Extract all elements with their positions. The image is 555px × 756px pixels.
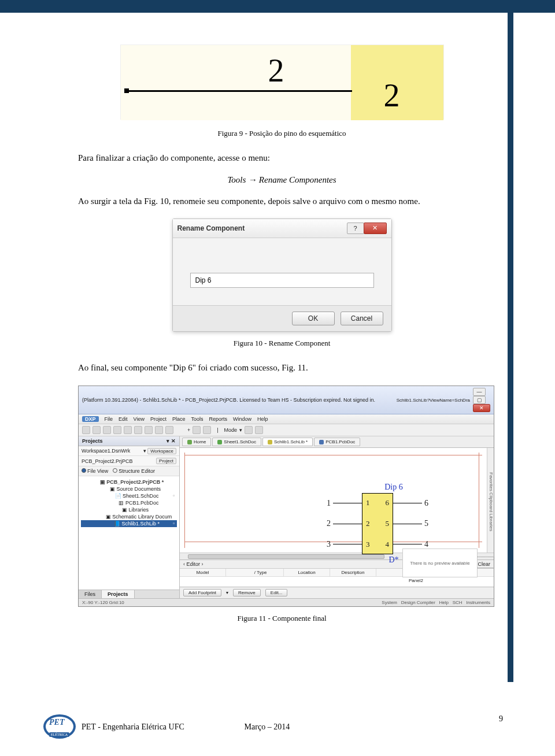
tree-schlib-folder[interactable]: ▣ Schematic Library Docum <box>81 513 177 520</box>
col-description: Description <box>330 569 376 576</box>
structure-editor-radio[interactable]: Structure Editor <box>113 468 155 474</box>
figure-9-caption: Figura 9 - Posição do pino do esquemátic… <box>78 129 486 138</box>
altium-statusbar: X:-90 Y:-120 Grid:10 System Design Compi… <box>79 598 494 606</box>
toolbar-icon[interactable] <box>165 426 173 434</box>
toolbar-icon[interactable] <box>145 426 153 434</box>
menu-reports[interactable]: Reports <box>209 416 227 422</box>
panel-tab-projects[interactable]: Projects <box>102 590 135 598</box>
workspace-button[interactable]: Workspace <box>147 448 176 454</box>
component-name-input[interactable] <box>190 273 374 288</box>
pin-inner-2: 2 <box>366 519 370 528</box>
doc-tab-schlib[interactable]: Schlib1.SchLib * <box>262 438 313 446</box>
canvas-border <box>479 453 479 548</box>
menu-dxp[interactable]: DXP <box>82 416 99 422</box>
project-button[interactable]: Project <box>156 458 176 464</box>
toolbar-icon[interactable] <box>193 426 201 434</box>
paragraph-3: Ao final, seu componente "Dip 6" foi cri… <box>78 362 486 375</box>
tree-source-docs[interactable]: ▣ Source Documents <box>81 486 177 492</box>
menu-edit[interactable]: Edit <box>119 416 128 422</box>
col-type: / Type <box>238 569 284 576</box>
minimize-button[interactable]: — <box>473 388 486 396</box>
tree-libraries[interactable]: ▣ Libraries <box>81 506 177 513</box>
toolbar-icon[interactable] <box>82 426 90 434</box>
tree-sheet1[interactable]: 📄 Sheet1.SchDoc▫ <box>81 492 177 499</box>
page-footer: PET ELÉTRICA PET - Engenharia Elétrica U… <box>78 714 510 740</box>
pin-line <box>393 503 422 503</box>
add-footprint-button[interactable]: Add Footprint <box>183 589 221 596</box>
figure-9: 2 2 <box>120 45 444 120</box>
close-button[interactable]: ✕ <box>364 223 387 234</box>
altium-window: (Platform 10.391.22084) - Schlib1.SchLib… <box>78 386 494 607</box>
status-system[interactable]: System <box>382 600 397 605</box>
pin-inner-4: 4 <box>386 540 390 549</box>
menu-window[interactable]: Window <box>233 416 251 422</box>
tree-pcb1[interactable]: ▥ PCB1.PcbDoc <box>81 499 177 506</box>
tree-project-root[interactable]: ▣ PCB_Project2.PrjPCB * <box>81 479 177 486</box>
no-preview-box: There is no preview available <box>402 549 478 577</box>
col-model: Model <box>180 569 226 576</box>
altium-close-button[interactable]: ✕ <box>473 404 490 412</box>
menu-place[interactable]: Place <box>172 416 186 422</box>
dip6-chip-body: 1 2 3 6 5 4 <box>362 493 393 554</box>
panel-tab-files[interactable]: Files <box>79 590 102 598</box>
pin-inner-6: 6 <box>386 498 390 507</box>
status-help[interactable]: Help <box>439 600 449 605</box>
paragraph-2: Ao surgir a tela da Fig. 10, renomeie se… <box>78 195 486 208</box>
toolbar-icon[interactable] <box>134 426 142 434</box>
right-stripe <box>508 0 513 682</box>
canvas-border <box>184 455 482 455</box>
right-side-tabs[interactable]: Favorites Clipboard Libraries <box>487 448 494 553</box>
status-design-compiler[interactable]: Design Compiler <box>401 600 435 605</box>
project-name: PCB_Project2.PrjPCB <box>82 458 133 464</box>
figure-10-caption: Figura 10 - Rename Component <box>78 339 486 348</box>
altium-title: (Platform 10.391.22084) - Schlib1.SchLib… <box>82 397 375 403</box>
schematic-canvas[interactable]: Favorites Clipboard Libraries Dip 6 1 2 … <box>180 448 494 553</box>
panel-collapse-icon[interactable]: ▾ ✕ <box>166 438 176 444</box>
pin-inner-1: 1 <box>366 498 370 507</box>
maximize-button[interactable]: ▢ <box>473 396 486 404</box>
pin-outer-1: 1 <box>324 499 333 508</box>
remove-footprint-button[interactable]: Remove <box>233 589 261 596</box>
pet-logo: PET ELÉTRICA <box>43 714 77 740</box>
edit-footprint-button[interactable]: Edit... <box>265 589 287 596</box>
fig9-main-area <box>121 45 352 120</box>
pin-line <box>333 503 362 503</box>
help-button[interactable]: ? <box>347 223 364 234</box>
toolbar-icon[interactable] <box>255 426 263 434</box>
toolbar-mode[interactable]: Mode <box>224 427 238 433</box>
altium-right-label: Schlib1.SchLib?ViewName=SchDra <box>397 398 470 403</box>
toolbar-icon[interactable] <box>103 426 111 434</box>
doc-tab-sheet[interactable]: Sheet1.SchDoc <box>212 438 261 446</box>
toolbar-icon[interactable] <box>124 426 132 434</box>
toolbar-icon[interactable] <box>203 426 211 434</box>
workspace-name: Workspace1.DsnWrk <box>82 448 130 454</box>
top-banner <box>0 0 555 13</box>
dialog-window-buttons: ? ✕ <box>347 223 387 234</box>
pin-outer-2: 2 <box>324 519 333 528</box>
tree-schlib-file[interactable]: 📘 Schlib1.SchLib *▫ <box>81 520 177 527</box>
status-sch[interactable]: SCH <box>453 600 462 605</box>
status-instruments[interactable]: Instruments <box>466 600 490 605</box>
toolbar-icon[interactable] <box>113 426 121 434</box>
toolbar-icon[interactable] <box>155 426 163 434</box>
file-view-radio[interactable]: File View <box>82 468 108 474</box>
menu-help[interactable]: Help <box>257 416 268 422</box>
pin-line <box>333 544 362 544</box>
toolbar-icon[interactable] <box>245 426 253 434</box>
menu-view[interactable]: View <box>134 416 145 422</box>
menu-project[interactable]: Project <box>150 416 166 422</box>
cancel-button[interactable]: Cancel <box>341 312 383 325</box>
panel-tabs: Files Projects <box>79 590 179 598</box>
pin-inner-3: 3 <box>366 540 370 549</box>
canvas-border <box>184 453 185 548</box>
editor-label: Editor <box>187 561 201 567</box>
menu-file[interactable]: File <box>105 416 113 422</box>
menu-path: Tools → Rename Componentes <box>78 175 486 185</box>
pin-line <box>393 544 422 544</box>
toolbar-icon[interactable] <box>92 426 101 434</box>
ok-button[interactable]: OK <box>292 312 335 325</box>
menu-tools[interactable]: Tools <box>191 416 203 422</box>
doc-tab-home[interactable]: Home <box>182 438 211 446</box>
status-coords: X:-90 Y:-120 Grid:10 <box>82 600 124 605</box>
doc-tab-pcb[interactable]: PCB1.PcbDoc <box>314 438 360 446</box>
